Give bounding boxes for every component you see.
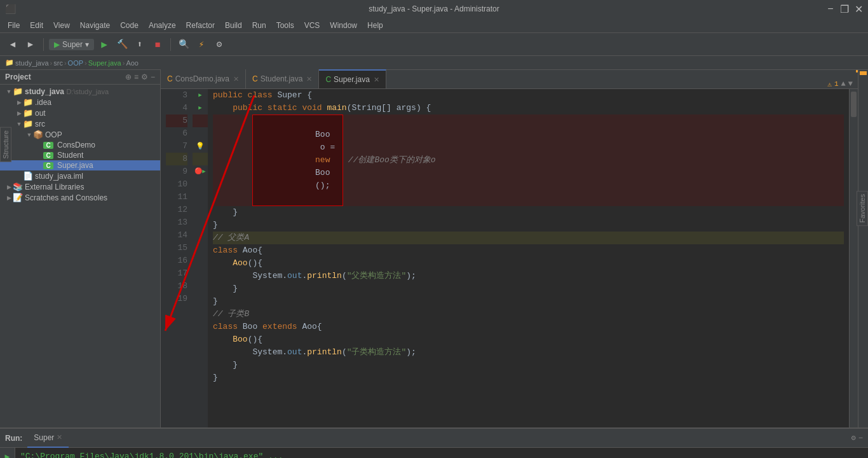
menu-analyze[interactable]: Analyze — [144, 20, 181, 31]
run-arrow-icon: ▶ — [198, 102, 201, 114]
tree-item-scratches[interactable]: ▶ 📝 Scratches and Consoles — [0, 192, 160, 203]
breadcrumb-project[interactable]: study_java — [15, 59, 49, 67]
code-line-4: public static void main(String[] args) { — [213, 102, 844, 114]
run-cmd-text: "C:\Program Files\Java\jdk1.8.0_201\bin\… — [20, 452, 283, 458]
tree-item-study-java[interactable]: ▼ 📁 study_java D:\study_java — [0, 86, 160, 97]
project-add-button[interactable]: ⊕ — [125, 73, 132, 81]
code-line-15: class Boo extends Aoo{ — [213, 321, 844, 333]
tab-label-student: Student.java — [261, 74, 303, 83]
type-string: String — [351, 102, 381, 114]
iml-file-icon: 📄 — [23, 171, 33, 181]
menu-file[interactable]: File — [3, 20, 25, 31]
line-dec-18 — [193, 280, 208, 293]
settings-button[interactable]: ⚙ — [212, 37, 227, 52]
code-line-11: System.out.println("父类构造方法"); — [213, 270, 844, 282]
stop-button[interactable]: ◼ — [150, 37, 165, 52]
line-dec-8 — [193, 153, 208, 165]
menu-window[interactable]: Window — [325, 20, 362, 31]
menu-view[interactable]: View — [48, 20, 75, 31]
bottom-settings-button[interactable]: ⚙ — [851, 433, 856, 443]
tree-item-super-java[interactable]: C Super.java — [0, 160, 160, 170]
title-bar-right[interactable]: − ❐ ✕ — [826, 4, 863, 13]
nav-back-button[interactable]: ◀ — [5, 37, 20, 52]
tree-item-oop[interactable]: ▼ 📦 OOP — [0, 129, 160, 140]
structure-panel-button[interactable]: Structure — [0, 127, 11, 162]
tab-super-java[interactable]: C Super.java ✕ — [319, 69, 386, 88]
code-line-3: public class Super { — [213, 89, 844, 102]
breadcrumb-oop[interactable]: OOP — [68, 59, 83, 67]
menu-run[interactable]: Run — [247, 20, 271, 31]
error-highlight-box: Boo o = new Boo (); — [252, 114, 343, 206]
kw-new: new — [315, 155, 335, 165]
line-numbers: 3 4 5 6 7 8 9 10 11 12 13 14 15 16 17 18… — [161, 89, 193, 427]
tab-consdemo-java[interactable]: C ConsDemo.java ✕ — [161, 69, 246, 88]
line-num-4: 4 — [166, 102, 187, 114]
menu-tools[interactable]: Tools — [271, 20, 299, 31]
minimize-button[interactable]: − — [826, 4, 835, 13]
code-editor[interactable]: 3 4 5 6 7 8 9 10 11 12 13 14 15 16 17 18… — [161, 89, 858, 427]
menu-build[interactable]: Build — [220, 20, 247, 31]
line-dec-3: ▶ — [193, 89, 208, 102]
build-button[interactable]: 🔨 — [114, 37, 130, 52]
tree-arrow: ▶ — [15, 110, 23, 116]
code-line-14: // 子类B — [213, 308, 844, 321]
tree-item-iml[interactable]: 📄 study_java.iml — [0, 170, 160, 181]
run-tab-close[interactable]: ✕ — [57, 433, 62, 441]
project-sort-button[interactable]: ≡ — [134, 73, 139, 81]
search-button[interactable]: 🔍 — [176, 37, 191, 52]
project-minimize-button[interactable]: − — [151, 73, 155, 81]
menu-code[interactable]: Code — [115, 20, 144, 31]
run-config-selector[interactable]: ▶ Super ▾ — [49, 39, 94, 50]
tree-label-super-java: Super.java — [57, 161, 93, 170]
java-file-icon: C — [43, 142, 53, 149]
run-config-dropdown[interactable]: ▶ Super ▾ — [49, 37, 94, 52]
maximize-button[interactable]: ❐ — [840, 4, 849, 13]
tree-item-idea[interactable]: ▶ 📁 .idea — [0, 97, 160, 108]
tab-close-super[interactable]: ✕ — [374, 76, 379, 84]
code-content[interactable]: public class Super { public static void … — [208, 89, 849, 427]
collapse-button[interactable]: ▲ — [841, 80, 846, 88]
update-button[interactable]: ⬆ — [132, 37, 147, 52]
run-button[interactable]: ▶ — [97, 37, 112, 52]
breadcrumb-icon: 📁 — [5, 59, 14, 67]
breadcrumb-super-java[interactable]: Super.java — [88, 59, 121, 67]
close-button[interactable]: ✕ — [854, 4, 863, 13]
project-settings-button[interactable]: ⚙ — [141, 73, 148, 81]
line-num-16: 16 — [166, 254, 187, 267]
menu-edit[interactable]: Edit — [25, 20, 48, 31]
breadcrumb-sep-1: › — [50, 59, 53, 67]
editor-right-controls: ⚠ 1 ▲ ▼ — [822, 80, 858, 88]
breadcrumb-aoo[interactable]: Aoo — [126, 59, 139, 67]
nav-forward-button[interactable]: ▶ — [23, 37, 38, 52]
tree-item-src[interactable]: ▼ 📁 src — [0, 118, 160, 129]
menu-refactor[interactable]: Refactor — [181, 20, 220, 31]
bottom-pin-button[interactable]: − — [858, 434, 863, 443]
kw-class: class — [248, 89, 278, 102]
menu-navigate[interactable]: Navigate — [75, 20, 115, 31]
code-line-18: } — [213, 359, 844, 371]
breadcrumb-src[interactable]: src — [53, 59, 63, 67]
editor-scrollbar[interactable] — [849, 89, 858, 427]
tab-close-consdemo[interactable]: ✕ — [233, 75, 239, 83]
fn-println2: println — [307, 346, 342, 359]
menu-vcs[interactable]: VCS — [299, 20, 325, 31]
line-dec-16 — [193, 254, 208, 267]
tree-item-ext-libraries[interactable]: ▶ 📚 External Libraries — [0, 181, 160, 192]
code-line-6: } — [213, 206, 844, 219]
run-tab-super[interactable]: Super ✕ — [27, 429, 69, 448]
favorites-panel-button[interactable]: Favorites — [857, 191, 868, 226]
expand-button[interactable]: ▼ — [848, 80, 853, 88]
line-num-9: 9 — [166, 165, 187, 178]
tree-item-out[interactable]: ▶ 📁 out — [0, 108, 160, 118]
scrollbar-thumb[interactable] — [851, 92, 857, 117]
menu-help[interactable]: Help — [362, 20, 388, 31]
code-line-12: } — [213, 282, 844, 295]
tab-student-java[interactable]: C Student.java ✕ — [246, 69, 319, 88]
run-restart-button[interactable]: ▶ — [1, 450, 14, 458]
run-panel-label: Run: — [5, 434, 22, 443]
tree-item-student[interactable]: C Student — [0, 150, 160, 160]
tab-close-student[interactable]: ✕ — [306, 75, 312, 83]
tree-item-consdemo[interactable]: C ConsDemo — [0, 140, 160, 150]
find-button[interactable]: ⚡ — [194, 37, 209, 52]
run-output: ▶ ⬆ 🔧 ⬇ ≡ "C:\Program Files\Java\jdk1.8.… — [0, 448, 868, 458]
